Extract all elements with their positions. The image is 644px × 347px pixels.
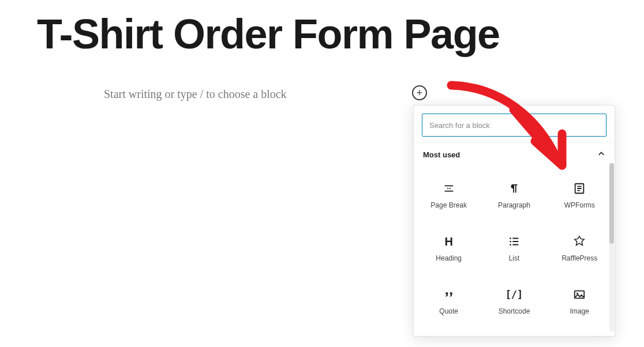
block-wpforms[interactable]: WPForms xyxy=(547,169,612,222)
add-block-button[interactable]: + xyxy=(412,85,427,100)
paragraph-icon xyxy=(507,182,521,195)
inserter-scrollbar[interactable] xyxy=(609,163,614,331)
search-wrap xyxy=(414,105,615,142)
block-label: Image xyxy=(570,307,589,315)
block-list[interactable]: List xyxy=(481,222,546,275)
block-label: Quote xyxy=(439,307,458,315)
content-placeholder-text: Start writing or type / to choose a bloc… xyxy=(104,88,287,101)
page-title[interactable]: T-Shirt Order Form Page xyxy=(37,13,644,56)
block-shortcode[interactable]: [/] Shortcode xyxy=(481,275,546,328)
block-grid: Page Break Paragraph WPForms H Heading xyxy=(416,169,612,328)
svg-rect-4 xyxy=(575,291,585,299)
block-label: WPForms xyxy=(564,201,595,209)
block-inserter-panel: Most used Page Break Paragraph xyxy=(413,105,615,337)
list-icon xyxy=(507,235,521,248)
block-quote[interactable]: Quote xyxy=(416,275,481,328)
block-rafflepress[interactable]: RafflePress xyxy=(547,222,612,275)
block-label: Shortcode xyxy=(499,307,530,315)
block-heading[interactable]: H Heading xyxy=(416,222,481,275)
section-title: Most used xyxy=(423,150,460,159)
shortcode-icon: [/] xyxy=(507,288,521,301)
scrollbar-thumb[interactable] xyxy=(609,163,614,244)
heading-icon: H xyxy=(442,235,456,248)
block-label: List xyxy=(509,254,520,262)
svg-point-1 xyxy=(510,237,511,239)
svg-point-3 xyxy=(510,244,511,246)
section-most-used-header[interactable]: Most used xyxy=(414,142,615,165)
page-break-icon xyxy=(442,182,456,195)
block-search-input[interactable] xyxy=(422,114,606,137)
svg-point-2 xyxy=(510,241,511,243)
block-label: Paragraph xyxy=(498,201,530,209)
quote-icon xyxy=(442,288,456,301)
block-page-break[interactable]: Page Break xyxy=(416,169,481,222)
block-paragraph[interactable]: Paragraph xyxy=(481,169,546,222)
block-label: Page Break xyxy=(430,201,467,209)
plus-icon: + xyxy=(417,88,423,98)
rafflepress-icon xyxy=(572,235,586,248)
chevron-up-icon xyxy=(597,150,605,160)
block-grid-scroll[interactable]: Page Break Paragraph WPForms H Heading xyxy=(414,165,615,336)
block-image[interactable]: Image xyxy=(547,275,612,328)
block-label: Heading xyxy=(436,254,462,262)
image-icon xyxy=(572,288,586,301)
wpforms-icon xyxy=(572,182,586,195)
block-label: RafflePress xyxy=(561,254,597,262)
